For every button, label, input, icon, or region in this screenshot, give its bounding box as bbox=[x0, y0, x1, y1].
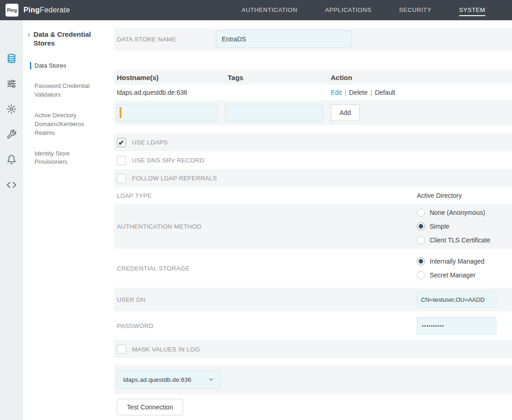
ldap-type-value: Active Directory bbox=[417, 192, 462, 199]
password-input[interactable] bbox=[417, 317, 496, 334]
sidebar-item-active-directory-domains[interactable]: Active Directory Domains/Kerberos Realms bbox=[23, 111, 107, 138]
radio-internally-managed[interactable] bbox=[417, 257, 425, 265]
top-bar: Ping PingFederate AUTHENTICATION APPLICA… bbox=[0, 0, 512, 20]
gear-icon[interactable] bbox=[6, 104, 17, 115]
mask-values-in-log-row: MASK VALUES IN LOG bbox=[114, 340, 512, 358]
sidebar-title: Data & Credential Stores bbox=[34, 30, 103, 48]
new-hostname-input-wrap bbox=[117, 104, 218, 121]
app-title: PingFederate bbox=[23, 6, 70, 14]
user-dn-label: USER DN bbox=[117, 296, 417, 303]
nav-authentication[interactable]: AUTHENTICATION bbox=[242, 4, 298, 16]
radio-none-anonymous-label: None (Anonymous) bbox=[430, 209, 485, 216]
default-link[interactable]: Default bbox=[375, 89, 395, 96]
database-icon[interactable] bbox=[6, 53, 17, 64]
chevron-down-icon bbox=[208, 376, 214, 383]
sidebar-item-data-stores[interactable]: Data Stores bbox=[23, 62, 107, 70]
tags-column-header: Tags bbox=[228, 74, 331, 81]
sidebar-item-password-credential-validators[interactable]: Password Credential Validators bbox=[23, 82, 107, 99]
data-store-name-label: DATA STORE NAME bbox=[117, 36, 216, 43]
sidebar-item-identity-store-provisioners[interactable]: Identity Store Provisioners bbox=[23, 150, 107, 167]
authentication-method-options: None (Anonymous) Simple Client TLS Certi… bbox=[417, 206, 490, 247]
hostname-table-header: Hostname(s) Tags Action bbox=[114, 70, 512, 85]
icon-rail bbox=[0, 20, 23, 420]
use-ldaps-label: USE LDAPS bbox=[132, 139, 168, 146]
credential-storage-label: CREDENTIAL STORAGE bbox=[117, 265, 417, 272]
back-chevron-icon[interactable]: ‹ bbox=[28, 30, 30, 48]
use-ldaps-checkbox[interactable] bbox=[117, 138, 126, 147]
mask-values-in-log-checkbox[interactable] bbox=[117, 345, 126, 354]
radio-none-anonymous[interactable] bbox=[417, 208, 425, 217]
radio-client-tls-certificate-label: Client TLS Certificate bbox=[430, 236, 490, 244]
use-dns-srv-record-row: USE DNS SRV RECORD bbox=[114, 151, 512, 169]
nav-security[interactable]: SECURITY bbox=[399, 4, 431, 16]
brand-bold: Ping bbox=[23, 6, 40, 14]
data-store-name-input[interactable] bbox=[216, 30, 352, 48]
user-dn-row: USER DN bbox=[114, 288, 512, 311]
wrench-icon[interactable] bbox=[6, 129, 17, 140]
action-separator: | bbox=[345, 89, 346, 96]
follow-ldap-referrals-checkbox[interactable] bbox=[117, 174, 126, 183]
sidebar-items: Data Stores Password Credential Validato… bbox=[23, 62, 107, 167]
text-cursor bbox=[120, 107, 121, 118]
add-button[interactable]: Add bbox=[331, 104, 360, 121]
ping-logo[interactable]: Ping bbox=[6, 4, 18, 17]
use-dns-srv-record-checkbox[interactable] bbox=[117, 156, 126, 165]
bell-icon[interactable] bbox=[6, 154, 17, 165]
primary-nav: AUTHENTICATION APPLICATIONS SECURITY SYS… bbox=[242, 4, 485, 16]
authentication-method-row: AUTHENTICATION METHOD None (Anonymous) S… bbox=[114, 204, 512, 249]
brand-light: Federate bbox=[40, 6, 70, 14]
action-separator: | bbox=[370, 89, 372, 96]
action-cell: Edit|Delete|Default bbox=[331, 89, 512, 96]
authentication-method-label: AUTHENTICATION METHOD bbox=[117, 223, 417, 230]
radio-simple-label: Simple bbox=[430, 223, 449, 230]
nav-system[interactable]: SYSTEM bbox=[459, 4, 485, 16]
connection-host-selected-value: ldaps.ad.questdb.de:636 bbox=[123, 376, 191, 383]
edit-link[interactable]: Edit bbox=[331, 89, 342, 96]
new-tags-input[interactable] bbox=[225, 104, 323, 121]
delete-link[interactable]: Delete bbox=[349, 89, 368, 96]
data-store-name-row: DATA STORE NAME bbox=[114, 28, 512, 51]
action-column-header: Action bbox=[331, 74, 512, 81]
radio-option-simple[interactable]: Simple bbox=[417, 219, 490, 233]
hostname-table-row: ldaps.ad.questdb.de:636 Edit|Delete|Defa… bbox=[114, 85, 512, 100]
credential-storage-options: Internally Managed Secret Manager bbox=[417, 254, 484, 282]
radio-secret-manager[interactable] bbox=[417, 271, 425, 279]
connection-select-row: ldaps.ad.questdb.de:636 bbox=[114, 365, 512, 394]
sidebar: ‹ Data & Credential Stores Data Stores P… bbox=[23, 20, 107, 420]
radio-secret-manager-label: Secret Manager bbox=[430, 271, 476, 279]
user-dn-input[interactable] bbox=[417, 291, 496, 308]
follow-ldap-referrals-label: FOLLOW LDAP REFERRALS bbox=[132, 175, 217, 182]
app-body: ‹ Data & Credential Stores Data Stores P… bbox=[0, 20, 512, 420]
add-hostname-row: Add bbox=[114, 100, 512, 125]
mask-values-in-log-label: MASK VALUES IN LOG bbox=[132, 346, 200, 353]
hostname-column-header: Hostname(s) bbox=[117, 74, 228, 81]
follow-ldap-referrals-row: FOLLOW LDAP REFERRALS bbox=[114, 169, 512, 187]
password-label: PASSWORD bbox=[117, 322, 417, 329]
use-ldaps-row: USE LDAPS bbox=[114, 133, 512, 151]
connection-host-select[interactable]: ldaps.ad.questdb.de:636 bbox=[117, 370, 221, 389]
nav-applications[interactable]: APPLICATIONS bbox=[325, 4, 372, 16]
new-hostname-input[interactable] bbox=[117, 104, 218, 121]
ldap-type-row: LDAP TYPE Active Directory bbox=[114, 187, 512, 204]
ping-logo-text: Ping bbox=[7, 8, 17, 13]
radio-simple[interactable] bbox=[417, 222, 425, 230]
credential-storage-row: CREDENTIAL STORAGE Internally Managed Se… bbox=[114, 249, 512, 288]
radio-option-internally-managed[interactable]: Internally Managed bbox=[417, 254, 484, 268]
radio-option-none-anonymous[interactable]: None (Anonymous) bbox=[417, 206, 490, 219]
ldap-type-label: LDAP TYPE bbox=[117, 192, 417, 199]
sidebar-header: ‹ Data & Credential Stores bbox=[23, 30, 107, 48]
main-content: DATA STORE NAME Hostname(s) Tags Action … bbox=[107, 20, 512, 420]
test-connection-area: Test Connection bbox=[114, 399, 512, 415]
code-icon[interactable] bbox=[6, 179, 17, 190]
use-dns-srv-record-label: USE DNS SRV RECORD bbox=[132, 157, 204, 164]
radio-option-secret-manager[interactable]: Secret Manager bbox=[417, 268, 484, 282]
password-row: PASSWORD bbox=[114, 311, 512, 340]
sliders-icon[interactable] bbox=[6, 78, 17, 89]
test-connection-button[interactable]: Test Connection bbox=[117, 399, 183, 415]
radio-client-tls-certificate[interactable] bbox=[417, 236, 425, 244]
radio-internally-managed-label: Internally Managed bbox=[430, 258, 484, 265]
hostname-cell: ldaps.ad.questdb.de:636 bbox=[117, 89, 228, 96]
radio-option-client-tls-certificate[interactable]: Client TLS Certificate bbox=[417, 233, 490, 247]
